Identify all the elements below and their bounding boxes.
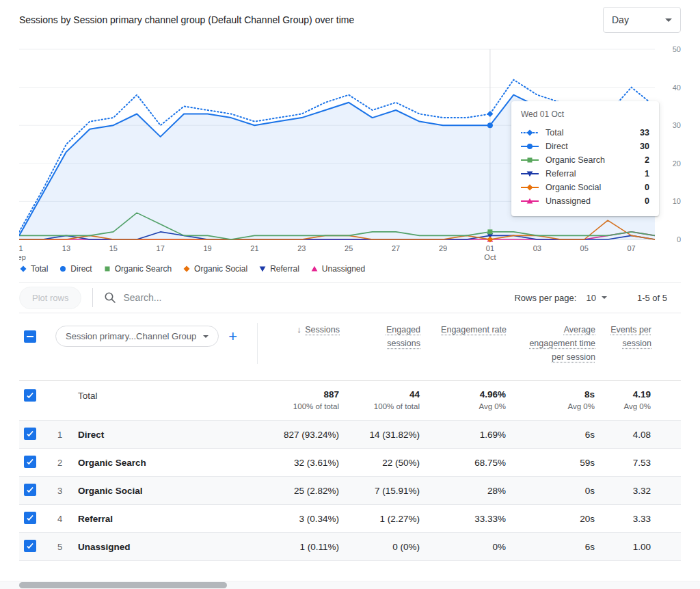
row-checkbox-cell: [19, 484, 53, 497]
row-checkbox-cell: [19, 540, 53, 553]
row-metric-2: 68.75%: [433, 458, 520, 468]
row-metric-3: 0s: [520, 486, 608, 496]
chart-tooltip: Wed 01 Oct Total33Direct30Organic Search…: [511, 101, 659, 216]
row-metric-2: 33.33%: [433, 514, 520, 524]
row-checkbox[interactable]: [24, 484, 36, 496]
tooltip-series-label: Total: [546, 128, 640, 138]
unassigned-series-icon: [521, 198, 539, 205]
tooltip-date: Wed 01 Oct: [521, 109, 649, 119]
organic-search-legend-marker-icon: [103, 265, 111, 273]
check-icon: [25, 429, 35, 439]
row-metric-2: 28%: [433, 486, 520, 496]
total-row-checkbox-cell: [19, 389, 53, 403]
rows-per-page-select[interactable]: 10: [586, 293, 606, 303]
column-header-label: Engagement rate: [441, 325, 507, 335]
row-metric-2: 0%: [433, 542, 520, 552]
svg-text:07: 07: [627, 244, 635, 252]
legend-item-referral[interactable]: Referral: [258, 264, 299, 274]
svg-text:40: 40: [673, 83, 681, 92]
row-metric-4: 1.00: [608, 542, 681, 552]
add-dimension-button[interactable]: +: [228, 329, 237, 344]
tooltip-series-label: Organic Search: [546, 155, 645, 165]
total-avg-engagement-time: 8s Avg 0%: [520, 389, 608, 410]
svg-text:17: 17: [157, 244, 165, 252]
tooltip-row-unassigned: Unassigned0: [521, 194, 649, 208]
legend-item-total[interactable]: Total: [19, 264, 48, 274]
legend-label: Total: [31, 264, 48, 274]
total-events-per-session: 4.19 Avg 0%: [608, 389, 681, 410]
svg-text:Sep: Sep: [19, 253, 26, 261]
tooltip-row-organic-social: Organic Social0: [521, 181, 649, 194]
svg-text:50: 50: [673, 45, 681, 53]
tooltip-series-value: 2: [645, 155, 649, 165]
horizontal-scrollbar-track[interactable]: [0, 581, 700, 589]
dimension-header-cell: Session primary...Channel Group +: [19, 326, 257, 347]
pagination-range: 1-5 of 5: [637, 293, 667, 303]
svg-text:10: 10: [673, 197, 681, 205]
row-index: 2: [53, 458, 78, 468]
tooltip-row-total: Total33: [521, 126, 649, 140]
select-all-checkbox[interactable]: [24, 330, 36, 343]
referral-series-icon: [521, 170, 539, 177]
row-metric-0: 32 (3.61%): [257, 458, 353, 468]
granularity-select[interactable]: Day: [603, 7, 681, 33]
legend-item-organic-search[interactable]: Organic Search: [103, 264, 172, 274]
search-box[interactable]: [104, 291, 514, 304]
row-metric-1: 14 (31.82%): [353, 430, 433, 440]
horizontal-scrollbar-thumb[interactable]: [19, 582, 227, 588]
analytics-report-page: Sessions by Session primary channel grou…: [0, 0, 700, 561]
sort-descending-icon: ↓: [297, 324, 301, 335]
row-channel-name[interactable]: Referral: [78, 514, 257, 524]
toolbar-divider: [92, 288, 93, 307]
total-engaged-sessions: 44 100% of total: [353, 389, 433, 410]
column-header-events-per-session[interactable]: Events per session: [609, 323, 682, 364]
dimension-selector[interactable]: Session primary...Channel Group: [55, 326, 219, 347]
table-row-referral: 4Referral3 (0.34%)1 (2.27%)33.33%20s3.33: [19, 505, 681, 533]
row-metric-0: 827 (93.24%): [257, 430, 353, 440]
tooltip-series-value: 1: [645, 169, 649, 179]
row-metric-0: 3 (0.34%): [257, 514, 353, 524]
pagination-controls: Rows per page: 10 1-5 of 5: [514, 293, 681, 303]
row-checkbox[interactable]: [24, 540, 36, 552]
column-header-engaged-sessions[interactable]: Engaged sessions: [353, 323, 434, 364]
report-header: Sessions by Session primary channel grou…: [19, 0, 681, 40]
row-index: 5: [53, 542, 78, 552]
row-channel-name[interactable]: Unassigned: [78, 542, 257, 552]
legend-item-organic-social[interactable]: Organic Social: [183, 264, 247, 274]
legend-label: Organic Search: [115, 264, 172, 274]
row-metric-1: 7 (15.91%): [353, 486, 433, 496]
table-total-row: Total 887 100% of total 44 100% of total…: [19, 381, 681, 421]
svg-text:30: 30: [673, 121, 681, 129]
tooltip-series-label: Unassigned: [546, 196, 645, 206]
column-header-average-engagement-time-per-session[interactable]: Average engagement time per session: [520, 323, 609, 364]
svg-text:19: 19: [203, 244, 211, 252]
timeseries-chart-container: 0102030405011Sep13151719212325272901Oct0…: [19, 40, 681, 261]
row-checkbox[interactable]: [24, 456, 36, 468]
organic-social-legend-marker-icon: [183, 265, 191, 273]
row-metric-4: 3.33: [608, 514, 681, 524]
page-title: Sessions by Session primary channel grou…: [19, 14, 354, 25]
row-channel-name[interactable]: Organic Social: [78, 486, 257, 496]
row-checkbox[interactable]: [24, 512, 36, 524]
row-metric-1: 1 (2.27%): [353, 514, 433, 524]
svg-text:11: 11: [19, 244, 23, 252]
row-checkbox[interactable]: [24, 428, 36, 440]
table-row-organic-social: 3Organic Social25 (2.82%)7 (15.91%)28%0s…: [19, 477, 681, 505]
column-header-engagement-rate[interactable]: Engagement rate: [434, 323, 520, 364]
tooltip-series-value: 0: [645, 183, 649, 192]
row-channel-name[interactable]: Direct: [78, 430, 257, 440]
total-row-checkbox[interactable]: [24, 389, 36, 402]
metric-column-headers: ↓ SessionsEngaged sessionsEngagement rat…: [257, 323, 682, 364]
total-engagement-rate: 4.96% Avg 0%: [433, 389, 520, 410]
plot-rows-button[interactable]: Plot rows: [19, 287, 81, 309]
column-header-label: Events per session: [610, 325, 651, 348]
tooltip-series-value: 33: [640, 128, 649, 138]
row-index: 4: [53, 514, 78, 524]
total-legend-marker-icon: [19, 265, 27, 273]
legend-item-direct[interactable]: Direct: [59, 264, 92, 274]
row-channel-name[interactable]: Organic Search: [78, 458, 257, 468]
legend-item-unassigned[interactable]: Unassigned: [310, 264, 365, 274]
row-metric-4: 3.32: [608, 486, 681, 496]
column-header-sessions[interactable]: ↓ Sessions: [258, 323, 353, 364]
search-input[interactable]: [123, 292, 342, 303]
